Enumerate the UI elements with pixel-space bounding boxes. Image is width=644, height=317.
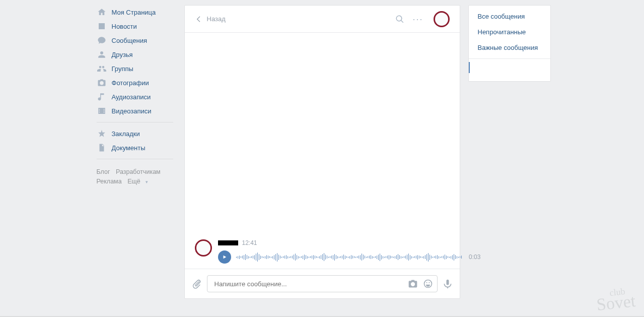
photos-icon — [97, 78, 107, 88]
nav-label: Закладки — [112, 130, 140, 138]
nav-news[interactable]: Новости — [94, 19, 176, 33]
nav-my-page[interactable]: Моя Страница — [94, 5, 176, 19]
friends-icon — [97, 49, 107, 59]
composer — [185, 269, 460, 298]
footer-ads[interactable]: Реклама — [97, 177, 122, 186]
message-input[interactable] — [213, 280, 405, 288]
play-button[interactable] — [218, 250, 231, 264]
peer-avatar[interactable] — [434, 11, 450, 27]
side-important[interactable]: Важные сообщения — [469, 40, 550, 55]
footer-developers[interactable]: Разработчикам — [116, 167, 161, 177]
sender-name[interactable] — [218, 240, 238, 245]
side-all-messages[interactable]: Все сообщения — [469, 9, 550, 24]
nav-bookmarks[interactable]: Закладки — [94, 126, 176, 141]
emoji-icon[interactable] — [423, 279, 433, 289]
nav-label: Друзья — [112, 51, 133, 58]
docs-icon — [97, 143, 107, 153]
nav-video[interactable]: Видеозаписи — [94, 104, 176, 118]
side-separator — [469, 58, 550, 59]
nav-label: Аудиозаписи — [112, 93, 151, 101]
message-row: 12:41 0:03 — [195, 239, 450, 264]
footer-more[interactable]: Ещё▾ — [127, 177, 152, 187]
messages-icon — [97, 35, 107, 45]
dialog-header: Назад ··· — [185, 6, 460, 33]
voice-record-icon[interactable] — [443, 279, 453, 289]
attach-icon[interactable] — [192, 279, 202, 289]
message-time: 12:41 — [242, 239, 257, 246]
search-icon[interactable] — [395, 15, 404, 24]
chevron-left-icon — [195, 15, 203, 23]
groups-icon — [97, 64, 107, 74]
chevron-down-icon: ▾ — [146, 177, 148, 187]
nav-groups[interactable]: Группы — [94, 61, 176, 76]
nav-label: Фотографии — [112, 79, 149, 87]
watermark: club Sovet — [595, 287, 636, 311]
dialog-panel: Назад ··· 12:41 — [184, 5, 460, 299]
voice-message: 0:03 — [218, 250, 481, 264]
sender-avatar[interactable] — [195, 239, 212, 257]
nav-messages[interactable]: Сообщения — [94, 33, 176, 47]
home-icon — [97, 7, 107, 17]
nav-audio[interactable]: Аудиозаписи — [94, 90, 176, 104]
back-button[interactable]: Назад — [195, 15, 226, 23]
waveform[interactable] — [236, 251, 462, 263]
nav-separator — [97, 122, 173, 122]
back-label: Назад — [207, 15, 226, 23]
bookmarks-icon — [97, 129, 107, 139]
voice-duration: 0:03 — [469, 253, 480, 261]
nav-label: Документы — [112, 144, 146, 152]
nav-friends[interactable]: Друзья — [94, 47, 176, 61]
nav-label: Сообщения — [112, 37, 148, 44]
nav-label: Новости — [112, 23, 137, 30]
camera-icon[interactable] — [408, 279, 418, 289]
side-unread[interactable]: Непрочитанные — [469, 24, 550, 40]
more-actions-icon[interactable]: ··· — [412, 15, 423, 24]
message-input-wrap — [207, 275, 438, 292]
side-active-folder[interactable] — [469, 62, 550, 73]
nav-label: Моя Страница — [112, 9, 156, 16]
nav-separator — [97, 159, 173, 159]
play-icon — [222, 255, 227, 260]
audio-icon — [97, 92, 107, 102]
nav-label: Видеозаписи — [112, 107, 152, 115]
left-nav: Моя Страница Новости Сообщения Друзья Гр… — [94, 5, 176, 299]
footer-blog[interactable]: Блог — [97, 167, 110, 177]
nav-photos[interactable]: Фотографии — [94, 76, 176, 90]
nav-documents[interactable]: Документы — [94, 141, 176, 155]
nav-label: Группы — [112, 65, 133, 73]
messages-area: 12:41 0:03 — [185, 33, 460, 269]
video-icon — [97, 106, 107, 116]
nav-footer: Блог Разработчикам Реклама Ещё▾ — [94, 163, 176, 191]
news-icon — [97, 21, 107, 31]
